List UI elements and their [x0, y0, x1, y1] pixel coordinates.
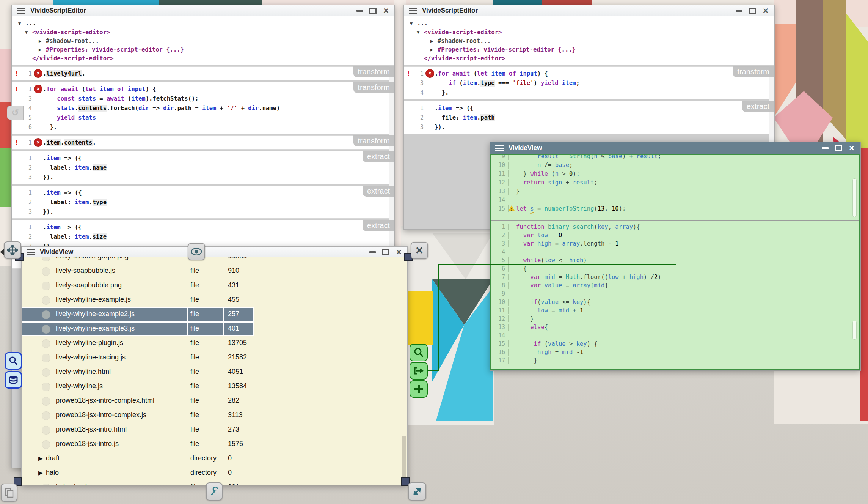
resize-button[interactable] — [408, 482, 426, 501]
tree-expander-icon[interactable]: ▼ — [410, 21, 417, 26]
code-text[interactable]: label: item.type — [38, 199, 394, 206]
file-row[interactable]: lively-whyline-example.jsfile455 — [22, 293, 407, 307]
file-row[interactable]: lively-whyline.htmlfile4051 — [22, 365, 407, 380]
dom-tree-node[interactable]: ▶#shadow-root... — [404, 36, 774, 45]
code-scrollbar-thumb[interactable] — [852, 321, 857, 340]
menu-icon[interactable] — [27, 249, 35, 255]
code-text[interactable]: if (item.type === 'file') yield item; — [430, 80, 774, 87]
script-step-block[interactable]: 1.item => ({2 label: item.type3}).extrac… — [12, 186, 394, 219]
code-text[interactable]: } — [508, 188, 859, 195]
undo-button[interactable]: ↺ — [7, 106, 24, 120]
maximize-button[interactable] — [835, 145, 842, 151]
code-text[interactable]: else{ — [508, 324, 859, 331]
copy-button[interactable] — [1, 484, 17, 502]
code-text[interactable]: yield stats — [38, 114, 394, 121]
dom-tree-node[interactable]: ▶#Properties: vivide-script-editor {...} — [12, 45, 394, 54]
script-step-block[interactable]: !1✕.for await (let item of input) {3 if … — [404, 66, 774, 99]
minimize-button[interactable] — [736, 10, 742, 12]
window-titlebar[interactable]: VivideView ✕ — [22, 247, 407, 258]
search-tool-button[interactable] — [5, 352, 22, 370]
tree-expander-icon[interactable]: ▼ — [18, 21, 25, 26]
close-button[interactable]: ✕ — [396, 249, 402, 256]
code-text[interactable]: } — [508, 315, 859, 322]
connect-output-button[interactable] — [410, 362, 428, 380]
minimize-button[interactable] — [822, 147, 829, 149]
tree-expander-icon[interactable]: ▶ — [430, 38, 438, 44]
maximize-button[interactable] — [369, 8, 377, 14]
code-text[interactable]: .for await (let item of input) { — [430, 70, 774, 77]
file-row[interactable]: lively-whyline-example2.jsfile257 — [22, 307, 407, 322]
file-row[interactable]: proweb18-jsx-intro.htmlfile273 — [22, 423, 407, 437]
dom-tree-node[interactable]: ▼<vivide-script-editor> — [404, 28, 774, 36]
minimize-button[interactable] — [356, 10, 363, 12]
code-text[interactable]: return sign + result; — [508, 179, 859, 186]
preview-button[interactable] — [188, 243, 205, 260]
code-text[interactable]: if(value <= key){ — [508, 299, 859, 306]
file-row[interactable]: proweb18-jsx-intro-complex.htmlfile282 — [22, 394, 407, 408]
code-text[interactable]: var low = 0 — [508, 232, 859, 239]
maximize-button[interactable] — [382, 249, 389, 255]
code-text[interactable]: { — [508, 265, 859, 272]
code-text[interactable]: high = mid -1 — [508, 349, 859, 356]
close-button[interactable]: ✕ — [383, 7, 389, 14]
collapse-left-icon[interactable] — [0, 249, 4, 255]
dom-tree-node[interactable]: ▼... — [404, 19, 774, 28]
step-type-tag[interactable]: extract — [363, 151, 394, 162]
menu-icon[interactable] — [495, 145, 504, 151]
code-text[interactable]: while(low <= high) — [508, 257, 859, 264]
file-row[interactable]: ▶draftdirectory0 — [22, 452, 407, 466]
tools-button[interactable] — [206, 482, 223, 501]
code-text[interactable]: function binary_search(key, array){ — [508, 224, 859, 230]
file-row[interactable]: lively-soapbubble.pngfile431 — [22, 279, 407, 293]
code-text[interactable]: }. — [430, 89, 774, 96]
file-row[interactable]: lively-soapbubble.jsfile910 — [22, 264, 407, 279]
code-text[interactable]: var high = array.length - 1 — [508, 240, 859, 247]
inspect-output-button[interactable] — [410, 344, 428, 361]
tree-expander-icon[interactable]: ▶ — [39, 38, 46, 44]
dom-tree-node[interactable]: </vivide-script-editor> — [12, 54, 394, 63]
tree-expander-icon[interactable]: ▼ — [417, 30, 424, 35]
code-text[interactable]: low = mid + 1 — [508, 307, 859, 314]
menu-icon[interactable] — [409, 8, 417, 14]
minimize-button[interactable] — [369, 251, 376, 253]
step-type-tag[interactable]: extract — [363, 220, 394, 231]
dom-tree-node[interactable]: ▼<vivide-script-editor> — [12, 28, 394, 36]
code-text[interactable]: const stats = await (item).fetchStats(); — [38, 95, 394, 102]
close-button[interactable]: ✕ — [849, 145, 855, 152]
code-text[interactable]: .item => ({ — [38, 155, 394, 162]
dom-tree-node[interactable]: ▼... — [12, 19, 394, 28]
code-text[interactable]: }). — [38, 174, 394, 181]
code-text[interactable]: file: item.path — [430, 114, 774, 121]
file-row[interactable]: lively-whyline-example3.jsfile401 — [22, 322, 407, 336]
step-type-tag[interactable]: transform — [353, 82, 394, 93]
dom-tree-node[interactable]: ▶#shadow-root... — [12, 36, 394, 45]
window-titlebar[interactable]: VivideView ✕ — [490, 142, 860, 154]
file-row[interactable]: lively-whyline.jsfile13584 — [22, 380, 407, 394]
code-text[interactable]: label: item.name — [38, 164, 394, 171]
file-row[interactable]: ▶halodirectory0 — [22, 466, 407, 480]
code-text[interactable]: if (value > key) { — [508, 340, 859, 347]
script-step-block[interactable]: 1.item => ({2 file: item.path3}).extract — [404, 101, 774, 134]
tree-expander-icon[interactable]: ▼ — [25, 30, 32, 35]
code-text[interactable]: let s = numberToString(13, 10); — [508, 205, 859, 212]
code-text[interactable]: label: item.size — [38, 233, 394, 240]
script-step-block[interactable]: !1✕.item.contents.transform — [12, 135, 394, 150]
file-row[interactable]: lively-whyline-tracing.jsfile21582 — [22, 351, 407, 365]
code-view-body[interactable]: 9 result = String(n % base) + result;10 … — [490, 154, 860, 370]
window-titlebar[interactable]: VivideScriptEditor ✕ — [12, 5, 394, 16]
code-text[interactable]: } while (n > 0); — [508, 170, 859, 177]
window-titlebar[interactable]: VivideScriptEditor ✕ — [404, 5, 774, 16]
step-type-tag[interactable]: transform — [353, 135, 394, 146]
code-text[interactable]: .item => ({ — [38, 224, 394, 231]
code-text[interactable]: result = String(n % base) + result; — [508, 155, 859, 160]
menu-icon[interactable] — [17, 8, 25, 14]
file-row[interactable]: lively-module-graph.pngfile44564 — [22, 257, 407, 264]
close-halo-button[interactable]: ✕ — [411, 242, 428, 259]
step-type-tag[interactable]: extract — [742, 101, 774, 112]
code-pane-upper[interactable]: 9 result = String(n % base) + result;10 … — [491, 155, 859, 220]
code-text[interactable]: var value = array[mid] — [508, 282, 859, 289]
code-text[interactable]: }). — [430, 124, 774, 131]
code-text[interactable]: .lively4url. — [38, 70, 394, 77]
tree-expander-icon[interactable]: ▶ — [39, 47, 46, 52]
code-text[interactable]: .item.contents. — [38, 139, 394, 146]
